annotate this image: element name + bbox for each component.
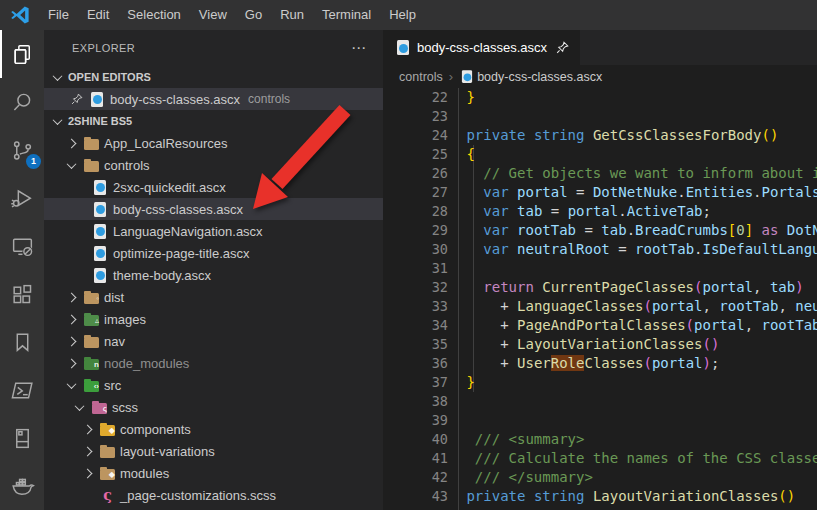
tree-item-label: LanguageNavigation.ascx [113,224,263,239]
tree-item-App_LocalResources[interactable]: App_LocalResources [44,132,383,154]
menu-item-go[interactable]: Go [236,0,271,30]
chevron-separator-icon: › [449,69,453,84]
code-text: /// <summary> [458,430,584,449]
tree-item-LanguageNavigation.ascx[interactable]: LanguageNavigation.ascx [44,220,383,242]
tree-item-partial[interactable]: ς [44,506,383,510]
code-line-39[interactable]: 39 [383,411,817,430]
ascx-file-icon [94,180,106,195]
tree-item-modules[interactable]: ◆modules [44,462,383,484]
explorer-more-actions-icon[interactable]: ⋯ [351,39,367,57]
extensions-activity-button[interactable] [0,270,44,318]
code-line-43[interactable]: 43 private string LayoutVariationClasses… [383,487,817,506]
run-debug-activity-button[interactable] [0,174,44,222]
menu-item-run[interactable]: Run [271,0,313,30]
line-number: 38 [383,392,448,411]
notebook-activity-button[interactable] [0,414,44,462]
menu-item-selection[interactable]: Selection [118,0,189,30]
explorer-activity-button[interactable] [0,30,44,78]
tree-item-src[interactable]: ‹›src [44,374,383,396]
menu-item-terminal[interactable]: Terminal [313,0,380,30]
powershell-icon [10,378,35,403]
search-activity-button[interactable] [0,78,44,126]
code-line-36[interactable]: 36 + UserRoleClasses(portal); [383,354,817,373]
tree-item-components[interactable]: ◆components [44,418,383,440]
ascx-file-icon [94,202,106,217]
code-line-42[interactable]: 42 /// </summary> [383,468,817,487]
menu-item-help[interactable]: Help [380,0,425,30]
tree-item-body-css-classes.ascx[interactable]: body-css-classes.ascx [44,198,383,220]
powershell-activity-button[interactable] [0,366,44,414]
code-text: var portal = DotNetNuke.Entities.Portals… [458,183,817,202]
chevron-right-icon [82,470,100,477]
tree-item-label: scss [112,400,138,415]
tree-item-images[interactable]: ▵images [44,308,383,330]
code-text: /// </summary> [458,468,593,487]
code-line-25[interactable]: 25 { [383,145,817,164]
line-number: 42 [383,468,448,487]
pin-icon[interactable] [555,40,570,55]
extensions-icon [10,282,35,307]
tree-item-label: src [104,378,121,393]
code-line-38[interactable]: 38 [383,392,817,411]
menu-item-edit[interactable]: Edit [78,0,118,30]
tab-bar: body-css-classes.ascx [383,30,817,65]
breadcrumb-folder[interactable]: controls [399,70,443,84]
tree-item-optimize-page-title.ascx[interactable]: optimize-page-title.ascx [44,242,383,264]
menu-item-view[interactable]: View [190,0,236,30]
code-line-23[interactable]: 23 [383,107,817,126]
tree-item-layout-variations[interactable]: layout-variations [44,440,383,462]
code-line-33[interactable]: 33 + LanguageClasses(portal, rootTab, ne… [383,297,817,316]
code-editor[interactable]: 22 }2324 private string GetCssClassesFor… [383,88,817,510]
tree-item-label: body-css-classes.ascx [113,202,243,217]
folder-node-icon: n [84,359,99,370]
code-line-34[interactable]: 34 + PageAndPortalClasses(portal, rootTa… [383,316,817,335]
chevron-down-icon [66,162,84,169]
breadcrumb: controls › body-css-classes.ascx [383,65,817,88]
open-editor-item[interactable]: body-css-classes.ascx controls [44,88,383,110]
source-control-activity-button[interactable]: 1 [0,126,44,174]
workspace-root-header[interactable]: 2SHINE BS5 [44,110,383,132]
code-line-37[interactable]: 37 } [383,373,817,392]
code-text: /// Calculate the names of the CSS class… [458,449,817,468]
open-editor-file-label: body-css-classes.ascx [110,92,240,107]
open-editors-section-header[interactable]: OPEN EDITORS [44,66,383,88]
tree-item-controls[interactable]: controls [44,154,383,176]
folder-icon [100,447,115,458]
code-line-24[interactable]: 24 private string GetCssClassesForBody() [383,126,817,145]
breadcrumb-file[interactable]: body-css-classes.ascx [459,69,602,84]
tree-item-dist[interactable]: ◦dist [44,286,383,308]
remote-explorer-activity-button[interactable] [0,222,44,270]
code-line-22[interactable]: 22 } [383,88,817,107]
tree-item-scss[interactable]: ςscss [44,396,383,418]
line-number: 33 [383,297,448,316]
code-text: var rootTab = tab.BreadCrumbs[0] as DotN… [458,221,817,240]
tree-item-node_modules[interactable]: nnode_modules [44,352,383,374]
code-line-29[interactable]: 29 var rootTab = tab.BreadCrumbs[0] as D… [383,221,817,240]
code-line-31[interactable]: 31 [383,259,817,278]
code-line-30[interactable]: 30 var neutralRoot = rootTab.IsDefaultLa… [383,240,817,259]
sass-file-icon: ς [100,488,115,503]
line-number: 34 [383,316,448,335]
folder-icon [84,161,99,172]
folder-images-icon: ▵ [84,315,99,326]
code-line-27[interactable]: 27 var portal = DotNetNuke.Entities.Port… [383,183,817,202]
tree-item-label: _page-customizations.scss [120,488,276,503]
tab-body-css-classes[interactable]: body-css-classes.ascx [383,30,581,65]
code-line-35[interactable]: 35 + LayoutVariationClasses() [383,335,817,354]
code-line-28[interactable]: 28 var tab = portal.ActiveTab; [383,202,817,221]
code-line-40[interactable]: 40 /// <summary> [383,430,817,449]
line-number: 40 [383,430,448,449]
code-text: + UserRoleClasses(portal); [458,354,719,373]
code-line-26[interactable]: 26 // Get objects we want to inform abou… [383,164,817,183]
tree-item-2sxc-quickedit.ascx[interactable]: 2sxc-quickedit.ascx [44,176,383,198]
tree-item-theme-body.ascx[interactable]: theme-body.ascx [44,264,383,286]
tree-item-_page-customizations.scss[interactable]: ς_page-customizations.scss [44,484,383,506]
chevron-down-icon [53,71,63,81]
code-text: private string GetCssClassesForBody() [458,126,778,145]
menu-item-file[interactable]: File [39,0,78,30]
tree-item-nav[interactable]: nav [44,330,383,352]
code-line-32[interactable]: 32 return CurrentPageClasses(portal, tab… [383,278,817,297]
docker-activity-button[interactable] [0,462,44,510]
code-line-41[interactable]: 41 /// Calculate the names of the CSS cl… [383,449,817,468]
bookmarks-activity-button[interactable] [0,318,44,366]
